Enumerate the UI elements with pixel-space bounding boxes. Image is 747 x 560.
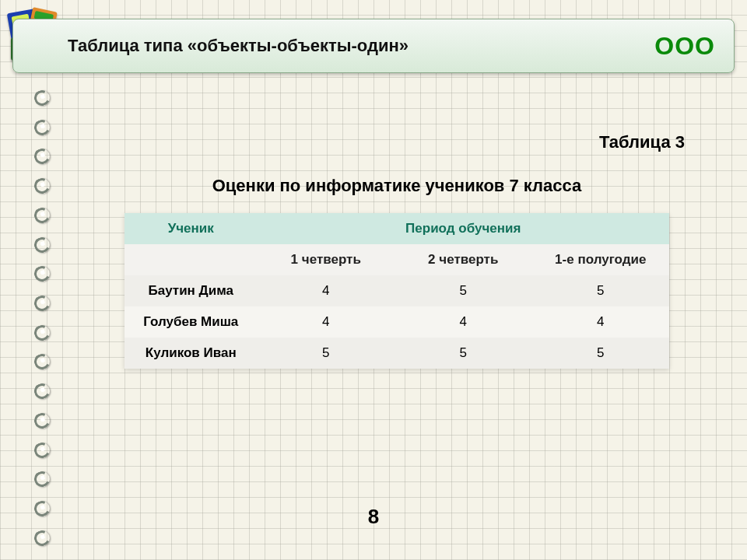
grade-cell: 5: [395, 275, 532, 306]
table-row: Куликов Иван 5 5 5: [124, 338, 669, 369]
student-name: Баутин Дима: [124, 275, 257, 306]
grade-cell: 4: [257, 275, 395, 306]
grade-cell: 5: [531, 275, 669, 306]
student-name: Голубев Миша: [124, 306, 257, 338]
grade-cell: 4: [531, 306, 669, 338]
col-header-period: Период обучения: [257, 213, 669, 244]
spiral-binding-icon: [34, 86, 51, 551]
col-header-h1: 1-е полугодие: [531, 244, 669, 275]
slide-badge: ООО: [654, 32, 734, 61]
slide-title: Таблица типа «объекты-объекты-один»: [68, 36, 654, 56]
table-number-label: Таблица 3: [78, 132, 716, 152]
table-title: Оценки по информатике учеников 7 класса: [78, 176, 716, 196]
grades-table: Ученик Период обучения 1 четверть 2 четв…: [124, 213, 669, 369]
grade-cell: 4: [395, 306, 532, 338]
table-row: Голубев Миша 4 4 4: [124, 306, 669, 338]
student-name: Куликов Иван: [124, 338, 257, 369]
title-banner: Таблица типа «объекты-объекты-один» ООО: [12, 19, 735, 73]
grade-cell: 5: [531, 338, 669, 369]
grade-cell: 4: [257, 306, 395, 338]
grade-cell: 5: [395, 338, 532, 369]
col-header-student: Ученик: [124, 213, 257, 244]
grade-cell: 5: [257, 338, 395, 369]
page-number: 8: [0, 505, 747, 529]
col-header-q2: 2 четверть: [395, 244, 532, 275]
col-header-empty: [124, 244, 257, 275]
slide-content: Таблица 3 Оценки по информатике учеников…: [78, 132, 716, 369]
table-row: Баутин Дима 4 5 5: [124, 275, 669, 306]
col-header-q1: 1 четверть: [257, 244, 395, 275]
